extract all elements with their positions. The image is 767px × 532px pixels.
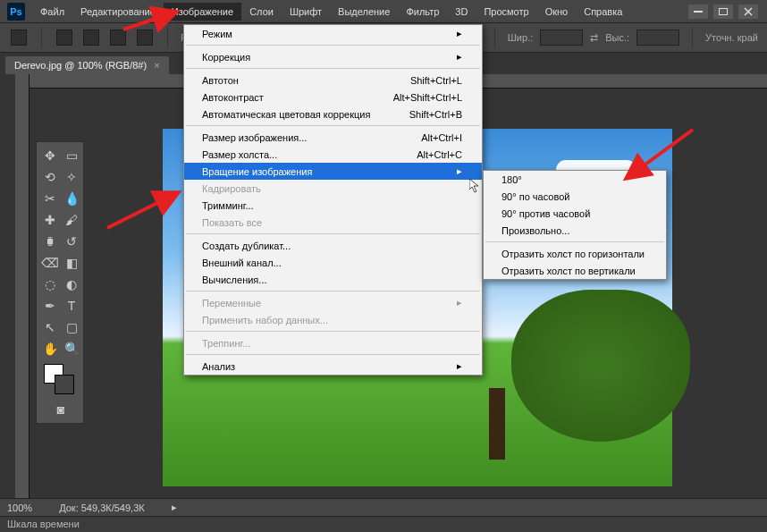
menu-item-label: 180° [502, 174, 522, 185]
document-tab-close[interactable]: × [154, 60, 159, 71]
zoom-level[interactable]: 100% [7, 502, 32, 513]
menu-item[interactable]: Вычисления... [184, 271, 482, 288]
menu-help[interactable]: Справка [576, 3, 630, 21]
tool-heal[interactable]: ✚ [40, 210, 60, 230]
menu-item[interactable]: 180° [484, 171, 666, 188]
color-swatches[interactable] [40, 360, 81, 398]
marquee-rect-icon[interactable] [56, 30, 72, 46]
tool-move[interactable]: ✥ [40, 146, 60, 165]
tool-brush[interactable]: 🖌 [62, 210, 81, 230]
menubar: Файл Редактирование Изображение Слои Шри… [32, 0, 630, 22]
tool-pen[interactable]: ✒ [40, 296, 60, 316]
menu-3d[interactable]: 3D [447, 3, 476, 21]
tool-preset-icon[interactable] [11, 30, 27, 46]
menu-type[interactable]: Шрифт [282, 3, 330, 21]
tool-history[interactable]: ↺ [62, 232, 81, 251]
tool-lasso[interactable]: ⟲ [40, 167, 60, 187]
doc-size: Док: 549,3К/549,3К [59, 502, 145, 513]
menu-layers[interactable]: Слои [241, 3, 282, 21]
tool-crop[interactable]: ✂ [40, 189, 60, 208]
menu-item: Переменные▸ [184, 294, 482, 311]
menu-item[interactable]: Коррекция▸ [184, 48, 482, 65]
tool-dodge[interactable]: ◐ [62, 274, 81, 294]
menu-item-label: Тримминг... [202, 200, 254, 211]
menu-select[interactable]: Выделение [330, 3, 398, 21]
submenu-arrow-icon: ▸ [457, 165, 462, 177]
menu-item[interactable]: Размер холста...Alt+Ctrl+C [184, 146, 482, 163]
menu-item[interactable]: 90° против часовой [484, 205, 666, 222]
tree-crown [511, 290, 690, 442]
menu-item[interactable]: Вращение изображения▸ [184, 163, 482, 180]
menu-file[interactable]: Файл [32, 3, 72, 21]
rotate-submenu-dropdown: 180°90° по часовой90° против часовойПрои… [483, 170, 667, 280]
menu-shortcut: Alt+Shift+Ctrl+L [393, 92, 462, 103]
menu-item-label: Размер холста... [202, 149, 277, 160]
menu-item[interactable]: АвтотонShift+Ctrl+L [184, 72, 482, 89]
menu-item-label: Создать дубликат... [202, 241, 291, 251]
menu-filter[interactable]: Фильтр [398, 3, 447, 21]
menu-item-label: Кадрировать [202, 183, 261, 194]
tool-type[interactable]: T [62, 296, 81, 316]
marquee-add-icon[interactable] [83, 30, 99, 46]
tool-blur[interactable]: ◌ [40, 274, 60, 294]
tool-stamp[interactable]: ⧯ [40, 232, 60, 251]
marquee-sub-icon[interactable] [110, 30, 126, 46]
menu-item-label: Автоконтраст [202, 92, 264, 103]
menu-item[interactable]: Создать дубликат... [184, 237, 482, 254]
menu-view[interactable]: Просмотр [476, 3, 536, 21]
height-field[interactable] [636, 30, 679, 46]
menu-item-label: Отразить холст по вертикали [502, 266, 636, 276]
width-field[interactable] [540, 30, 583, 46]
menu-image[interactable]: Изображение [164, 3, 241, 21]
tool-shape[interactable]: ▢ [62, 317, 81, 337]
status-bar: 100% Док: 549,3К/549,3К ▸ [0, 498, 767, 516]
tool-wand[interactable]: ✧ [62, 167, 81, 187]
timeline-label: Шкала времени [7, 519, 80, 529]
timeline-panel[interactable]: Шкала времени [0, 516, 767, 532]
menu-item[interactable]: Автоматическая цветовая коррекцияShift+C… [184, 106, 482, 122]
menu-item[interactable]: Размер изображения...Alt+Ctrl+I [184, 129, 482, 146]
tool-eyedropper[interactable]: 💧 [62, 189, 81, 208]
menu-window[interactable]: Окно [537, 3, 577, 21]
menu-item-label: Переменные [202, 298, 261, 308]
refine-edge-button[interactable]: Уточн. край [705, 32, 758, 43]
tool-hand[interactable]: ✋ [40, 339, 60, 359]
tool-eraser[interactable]: ⌫ [40, 253, 60, 273]
menu-item[interactable]: Внешний канал... [184, 254, 482, 271]
menu-edit[interactable]: Редактирование [72, 3, 164, 21]
menu-item-label: Автотон [202, 75, 239, 86]
menu-item[interactable]: Отразить холст по горизонтали [484, 245, 666, 262]
menu-item: Треппинг... [184, 334, 482, 351]
document-tab-label: Derevo.jpg @ 100% (RGB/8#) [14, 60, 147, 71]
background-swatch[interactable] [55, 375, 74, 394]
submenu-arrow-icon: ▸ [457, 51, 462, 63]
menu-item[interactable]: Режим▸ [184, 25, 482, 42]
maximize-button[interactable] [713, 4, 733, 19]
marquee-intersect-icon[interactable] [137, 30, 153, 46]
menu-shortcut: Alt+Ctrl+C [417, 149, 462, 160]
menu-shortcut: Shift+Ctrl+B [409, 109, 462, 120]
menu-item[interactable]: Анализ▸ [184, 358, 482, 375]
menu-item-label: Внешний канал... [202, 258, 282, 268]
tool-path[interactable]: ↖ [40, 317, 60, 337]
quick-mask-icon[interactable]: ◙ [51, 400, 71, 419]
menu-item-label: Применить набор данных... [202, 315, 328, 325]
menu-item[interactable]: АвтоконтрастAlt+Shift+Ctrl+L [184, 89, 482, 106]
menu-item: Применить набор данных... [184, 311, 482, 328]
svg-rect-1 [720, 8, 728, 14]
height-label: Выс.: [605, 32, 629, 43]
document-tab[interactable]: Derevo.jpg @ 100% (RGB/8#) × [5, 56, 169, 74]
window-controls [688, 4, 767, 19]
minimize-button[interactable] [688, 4, 708, 19]
swap-icon[interactable]: ⇄ [590, 32, 598, 44]
menu-item[interactable]: Отразить холст по вертикали [484, 262, 666, 279]
tool-gradient[interactable]: ◧ [62, 253, 81, 273]
menu-item[interactable]: Произвольно... [484, 222, 666, 239]
close-button[interactable] [738, 4, 758, 19]
menu-shortcut: Alt+Ctrl+I [421, 132, 462, 143]
status-arrow-icon[interactable]: ▸ [172, 502, 177, 513]
menu-item[interactable]: Тримминг... [184, 197, 482, 214]
tool-zoom[interactable]: 🔍 [62, 339, 81, 359]
menu-item[interactable]: 90° по часовой [484, 188, 666, 205]
tool-marquee[interactable]: ▭ [62, 146, 81, 165]
